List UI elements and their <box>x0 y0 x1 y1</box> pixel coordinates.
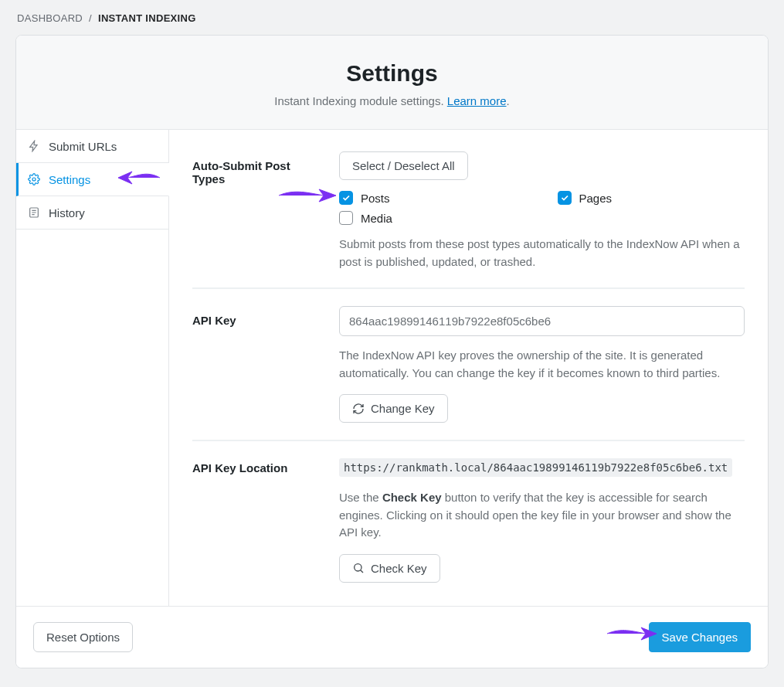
help-text: The IndexNow API key proves the ownershi… <box>339 347 745 382</box>
field-label: Auto-Submit Post Types <box>192 151 321 270</box>
breadcrumb-separator: / <box>89 12 92 24</box>
checkbox-input[interactable] <box>558 191 572 205</box>
svg-point-0 <box>32 178 36 181</box>
tab-history[interactable]: History <box>16 196 169 230</box>
breadcrumb: DASHBOARD / INSTANT INDEXING <box>15 12 769 24</box>
checkbox-media[interactable]: Media <box>339 211 527 225</box>
checkbox-posts[interactable]: Posts <box>339 191 527 205</box>
svg-point-2 <box>355 564 361 571</box>
divider <box>192 287 745 289</box>
page-title: Settings <box>35 60 749 87</box>
lightning-icon <box>27 139 41 153</box>
field-api-key: API Key The IndexNow API key proves the … <box>192 306 745 440</box>
change-key-button[interactable]: Change Key <box>339 394 448 423</box>
annotation-arrow-icon <box>115 165 160 191</box>
page-subtitle: Instant Indexing module settings. Learn … <box>35 94 749 107</box>
tab-settings[interactable]: Settings <box>16 163 169 196</box>
page-subtitle-tail: . <box>507 94 510 107</box>
field-api-key-location: API Key Location https://rankmath.local/… <box>192 458 745 600</box>
divider <box>192 440 745 441</box>
help-strong: Check Key <box>382 491 442 504</box>
settings-tabs: Submit URLs Settings History <box>16 130 169 606</box>
api-key-location-url: https://rankmath.local/864aac19899146119… <box>339 458 732 477</box>
reset-options-button[interactable]: Reset Options <box>33 622 133 652</box>
tab-label: Submit URLs <box>49 140 117 153</box>
search-icon <box>352 562 365 574</box>
field-label: API Key <box>192 306 321 423</box>
page-subtitle-text: Instant Indexing module settings. <box>274 94 446 107</box>
api-key-input[interactable] <box>339 306 745 336</box>
breadcrumb-dashboard-link[interactable]: DASHBOARD <box>17 12 83 24</box>
tab-label: History <box>49 206 85 219</box>
document-icon <box>27 206 41 219</box>
help-text: Use the Check Key button to verify that … <box>339 489 745 542</box>
button-label: Check Key <box>371 562 427 575</box>
settings-card: Settings Instant Indexing module setting… <box>15 35 769 668</box>
field-label: API Key Location <box>192 458 321 583</box>
refresh-icon <box>352 403 365 415</box>
check-key-button[interactable]: Check Key <box>339 554 440 583</box>
card-header: Settings Instant Indexing module setting… <box>16 36 768 130</box>
tab-label: Settings <box>49 173 90 186</box>
help-text: Submit posts from these post types autom… <box>339 236 745 270</box>
tab-submit-urls[interactable]: Submit URLs <box>16 130 169 163</box>
save-changes-button[interactable]: Save Changes <box>649 622 751 652</box>
help-pre: Use the <box>339 491 382 504</box>
checkbox-input[interactable] <box>339 211 353 225</box>
button-label: Change Key <box>371 402 435 415</box>
breadcrumb-current: INSTANT INDEXING <box>98 12 196 24</box>
checkbox-label: Media <box>361 212 392 225</box>
checkbox-pages[interactable]: Pages <box>558 191 745 205</box>
settings-content: Auto-Submit Post Types Select / Deselect… <box>169 130 768 606</box>
select-deselect-all-button[interactable]: Select / Deselect All <box>339 151 468 180</box>
checkbox-label: Pages <box>579 192 613 205</box>
gear-icon <box>27 172 41 186</box>
learn-more-link[interactable]: Learn more <box>447 94 507 107</box>
field-post-types: Auto-Submit Post Types Select / Deselect… <box>192 151 745 287</box>
checkbox-label: Posts <box>361 192 390 205</box>
checkbox-input[interactable] <box>339 191 353 205</box>
card-footer: Reset Options Save Changes <box>16 606 768 668</box>
